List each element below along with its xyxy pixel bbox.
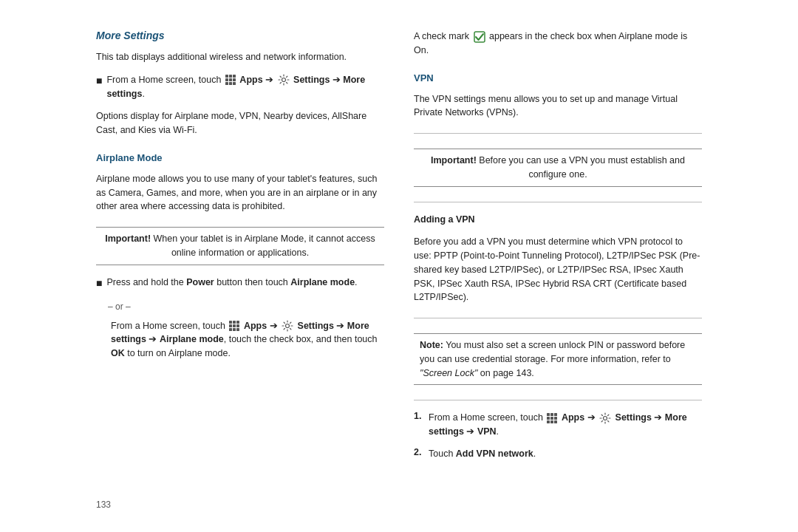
apps-label-1: Apps: [239, 75, 262, 85]
numbered2-text: Touch Add VPN network.: [429, 447, 536, 461]
num-label-2: 2.: [414, 447, 426, 457]
gear-icon-3: [599, 412, 611, 424]
svg-point-3: [604, 416, 607, 420]
grid-icon-2: [229, 321, 239, 331]
svg-point-0: [282, 78, 285, 82]
settings-label-2: Settings: [298, 321, 334, 331]
adding-vpn-desc: Before you add a VPN you must determine …: [414, 235, 702, 304]
vpn-label: VPN: [477, 426, 497, 437]
grid-icon-3: [547, 413, 557, 423]
divider-1: [414, 133, 702, 134]
ok-label: OK: [111, 348, 125, 358]
checkmark-icon: [474, 31, 485, 43]
intro-text: This tab displays additional wireless an…: [96, 50, 384, 64]
vpn-title: VPN: [414, 72, 702, 83]
gear-icon-1: [278, 74, 290, 86]
airplane-desc: Airplane mode allows you to use many of …: [96, 172, 384, 214]
svg-point-1: [286, 324, 290, 328]
bullet-symbol-2: ■: [96, 276, 102, 291]
important-box-2: Important! Before you can use a VPN you …: [414, 149, 702, 187]
bullet3-text: From a Home screen, touch Apps ➔ Setting…: [111, 319, 384, 361]
note-label: Note:: [420, 340, 443, 350]
airplane-mode-label-2: Airplane mode: [160, 334, 224, 344]
main-title: More Settings: [96, 30, 384, 41]
bullet-item-1: ■ From a Home screen, touch Apps ➔ Setti…: [96, 73, 384, 101]
settings-label-3: Settings: [615, 412, 652, 423]
numbered-item-2: 2. Touch Add VPN network.: [414, 447, 702, 461]
checkmark-text: A check mark appears in the check box wh…: [414, 30, 702, 58]
important-box-1: Important! When your tablet is in Airpla…: [96, 227, 384, 265]
page-number: 133: [96, 499, 111, 510]
or-line: – or –: [108, 301, 384, 312]
important-text-1: When your tablet is in Airplane Mode, it…: [151, 233, 375, 258]
bullet-item-2: ■ Press and hold the Power button then t…: [96, 276, 384, 291]
note-box: Note: You must also set a screen unlock …: [414, 333, 702, 385]
numbered1-text: From a Home screen, touch Apps ➔ Setting…: [429, 411, 702, 439]
adding-vpn-title: Adding a VPN: [414, 213, 702, 227]
gear-icon-2: [282, 320, 293, 332]
apps-label-2: Apps: [244, 321, 267, 331]
options-text: Options display for Airplane mode, VPN, …: [96, 109, 384, 137]
divider-4: [414, 400, 702, 400]
bullet1-text: From a Home screen, touch Apps ➔ Setting…: [106, 73, 384, 101]
airplane-mode-bold: Airplane mode: [290, 277, 355, 287]
important-label-2: Important!: [431, 155, 477, 166]
page: More Settings This tab displays addition…: [66, 15, 732, 517]
bullet-item-3: From a Home screen, touch Apps ➔ Setting…: [96, 319, 384, 361]
divider-2: [414, 202, 702, 202]
bullet2-text: Press and hold the Power button then tou…: [106, 276, 357, 290]
numbered-item-1: 1. From a Home screen, touch Apps ➔ Sett…: [414, 411, 702, 439]
important-label-1: Important!: [105, 233, 151, 244]
add-vpn-network-label: Add VPN network: [456, 449, 533, 459]
airplane-mode-title: Airplane Mode: [96, 152, 384, 163]
power-bold: Power: [186, 277, 214, 287]
vpn-desc: The VPN settings menu allows you to set …: [414, 92, 702, 120]
settings-label-1: Settings: [293, 75, 330, 85]
num-label-1: 1.: [414, 411, 426, 421]
bullet-symbol: ■: [96, 73, 102, 89]
left-column: More Settings This tab displays addition…: [96, 30, 384, 502]
grid-icon-1: [225, 75, 236, 85]
right-column: A check mark appears in the check box wh…: [414, 30, 702, 502]
divider-3: [414, 318, 702, 318]
apps-label-3: Apps: [562, 412, 584, 423]
screen-lock-italic: "Screen Lock": [420, 368, 477, 378]
